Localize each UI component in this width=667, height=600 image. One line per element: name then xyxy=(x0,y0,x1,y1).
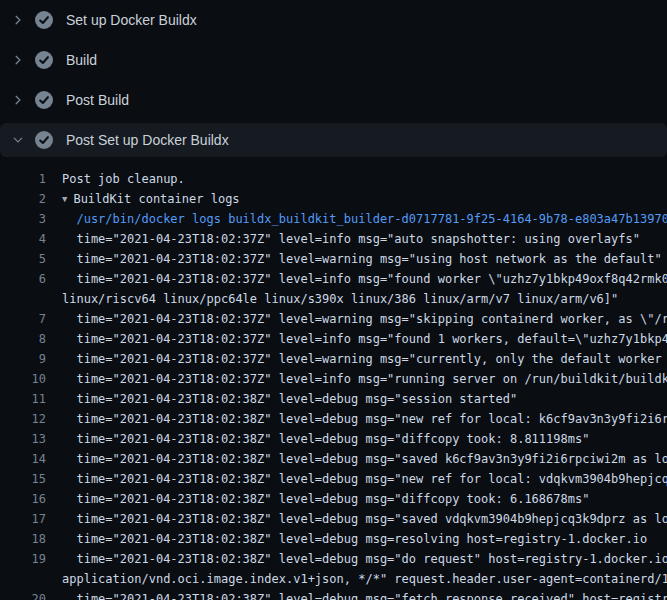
log-line-number[interactable]: 16 xyxy=(0,489,46,509)
log-line-text: linux/riscv64 linux/ppc64le linux/s390x … xyxy=(62,289,618,309)
check-circle-icon xyxy=(35,131,53,149)
log-line[interactable]: 17 time="2021-04-23T18:02:38Z" level=deb… xyxy=(0,509,667,529)
log-line-number[interactable]: 18 xyxy=(0,529,46,549)
log-line[interactable]: 13 time="2021-04-23T18:02:38Z" level=deb… xyxy=(0,429,667,449)
step-row[interactable]: Set up Docker Buildx xyxy=(0,0,667,40)
log-line-number[interactable]: 4 xyxy=(0,229,46,249)
log-line-number[interactable] xyxy=(0,569,46,589)
log-line-text: time="2021-04-23T18:02:37Z" level=warnin… xyxy=(62,309,667,329)
log-line[interactable]: 6 time="2021-04-23T18:02:37Z" level=info… xyxy=(0,269,667,289)
log-line-number[interactable]: 10 xyxy=(0,369,46,389)
log-line[interactable]: 7 time="2021-04-23T18:02:37Z" level=warn… xyxy=(0,309,667,329)
log-line-number[interactable]: 19 xyxy=(0,549,46,569)
log-line[interactable]: application/vnd.oci.image.index.v1+json,… xyxy=(0,569,667,589)
chevron-icon[interactable] xyxy=(12,14,24,26)
log-line[interactable]: 15 time="2021-04-23T18:02:38Z" level=deb… xyxy=(0,469,667,489)
step-label: Set up Docker Buildx xyxy=(66,12,197,28)
log-line-text: time="2021-04-23T18:02:38Z" level=debug … xyxy=(62,429,589,449)
log-line[interactable]: 19 time="2021-04-23T18:02:38Z" level=deb… xyxy=(0,549,667,569)
log-line[interactable]: 8 time="2021-04-23T18:02:37Z" level=info… xyxy=(0,329,667,349)
log-line[interactable]: 4 time="2021-04-23T18:02:37Z" level=info… xyxy=(0,229,667,249)
step-row[interactable]: Build xyxy=(0,40,667,80)
log-line-text: time="2021-04-23T18:02:38Z" level=debug … xyxy=(62,549,667,569)
log-group-title: BuildKit container logs xyxy=(73,192,239,206)
log-line-number[interactable]: 8 xyxy=(0,329,46,349)
log-line[interactable]: 2 ▼BuildKit container logs xyxy=(0,189,667,209)
log-line-text: ▼BuildKit container logs xyxy=(62,189,240,209)
log-line-text: time="2021-04-23T18:02:37Z" level=warnin… xyxy=(62,349,667,369)
log-line-number[interactable]: 14 xyxy=(0,449,46,469)
log-line[interactable]: 5 time="2021-04-23T18:02:37Z" level=warn… xyxy=(0,249,667,269)
log-line-text: time="2021-04-23T18:02:38Z" level=debug … xyxy=(62,509,667,529)
log-line[interactable]: linux/riscv64 linux/ppc64le linux/s390x … xyxy=(0,289,667,309)
step-label: Post Build xyxy=(66,92,129,108)
log-line-text: time="2021-04-23T18:02:38Z" level=debug … xyxy=(62,589,667,600)
log-line-text: time="2021-04-23T18:02:38Z" level=debug … xyxy=(62,409,667,429)
log-line-text: time="2021-04-23T18:02:37Z" level=info m… xyxy=(62,269,667,289)
log-panel: 1 Post job cleanup. 2 ▼BuildKit containe… xyxy=(0,160,667,600)
check-circle-icon xyxy=(35,51,53,69)
log-line[interactable]: 20 time="2021-04-23T18:02:38Z" level=deb… xyxy=(0,589,667,600)
log-line-number[interactable]: 5 xyxy=(0,249,46,269)
log-line-number[interactable]: 2 xyxy=(0,189,46,209)
steps-list: Set up Docker Buildx Build Post Buil xyxy=(0,0,667,157)
log-line-text: time="2021-04-23T18:02:38Z" level=debug … xyxy=(62,489,589,509)
log-line-text: time="2021-04-23T18:02:38Z" level=debug … xyxy=(62,469,667,489)
log-line[interactable]: 18 time="2021-04-23T18:02:38Z" level=deb… xyxy=(0,529,667,549)
chevron-icon[interactable] xyxy=(12,134,24,146)
log-line-text: time="2021-04-23T18:02:38Z" level=debug … xyxy=(62,389,517,409)
log-line[interactable]: 1 Post job cleanup. xyxy=(0,169,667,189)
log-line-text: time="2021-04-23T18:02:37Z" level=warnin… xyxy=(62,249,662,269)
log-line-number[interactable]: 9 xyxy=(0,349,46,369)
log-line-text: Post job cleanup. xyxy=(62,169,185,189)
log-line-number[interactable]: 15 xyxy=(0,469,46,489)
log-line-number[interactable]: 20 xyxy=(0,589,46,600)
log-line[interactable]: 9 time="2021-04-23T18:02:37Z" level=warn… xyxy=(0,349,667,369)
log-group-toggle-icon[interactable]: ▼ xyxy=(62,189,67,209)
log-line-text: time="2021-04-23T18:02:38Z" level=debug … xyxy=(62,449,667,469)
log-line-number[interactable]: 13 xyxy=(0,429,46,449)
log-line-number[interactable]: 11 xyxy=(0,389,46,409)
log-line-text: time="2021-04-23T18:02:38Z" level=debug … xyxy=(62,529,647,549)
check-circle-icon xyxy=(35,11,53,29)
log-line-number[interactable]: 1 xyxy=(0,169,46,189)
log-line[interactable]: 3 /usr/bin/docker logs buildx_buildkit_b… xyxy=(0,209,667,229)
log-line-text: time="2021-04-23T18:02:37Z" level=info m… xyxy=(62,229,640,249)
chevron-icon[interactable] xyxy=(12,54,24,66)
chevron-icon[interactable] xyxy=(12,94,24,106)
log-line-text: /usr/bin/docker logs buildx_buildkit_bui… xyxy=(62,209,667,229)
log-line-text: time="2021-04-23T18:02:37Z" level=info m… xyxy=(62,329,667,349)
log-line-text: time="2021-04-23T18:02:37Z" level=info m… xyxy=(62,369,667,389)
log-line[interactable]: 12 time="2021-04-23T18:02:38Z" level=deb… xyxy=(0,409,667,429)
check-circle-icon xyxy=(35,91,53,109)
step-row[interactable]: Post Build xyxy=(0,80,667,120)
log-line-number[interactable]: 12 xyxy=(0,409,46,429)
log-line-number[interactable]: 17 xyxy=(0,509,46,529)
log-line[interactable]: 10 time="2021-04-23T18:02:37Z" level=inf… xyxy=(0,369,667,389)
log-line[interactable]: 16 time="2021-04-23T18:02:38Z" level=deb… xyxy=(0,489,667,509)
log-line-number[interactable]: 3 xyxy=(0,209,46,229)
step-label: Build xyxy=(66,52,97,68)
log-line-number[interactable]: 6 xyxy=(0,269,46,289)
log-line-text: application/vnd.oci.image.index.v1+json,… xyxy=(62,569,667,589)
log-line-number[interactable]: 7 xyxy=(0,309,46,329)
log-line[interactable]: 11 time="2021-04-23T18:02:38Z" level=deb… xyxy=(0,389,667,409)
log-line[interactable]: 14 time="2021-04-23T18:02:38Z" level=deb… xyxy=(0,449,667,469)
step-row[interactable]: Post Set up Docker Buildx xyxy=(0,123,667,157)
step-label: Post Set up Docker Buildx xyxy=(66,132,229,148)
log-line-number[interactable] xyxy=(0,289,46,309)
actions-log-viewer: Set up Docker Buildx Build Post Buil xyxy=(0,0,667,600)
